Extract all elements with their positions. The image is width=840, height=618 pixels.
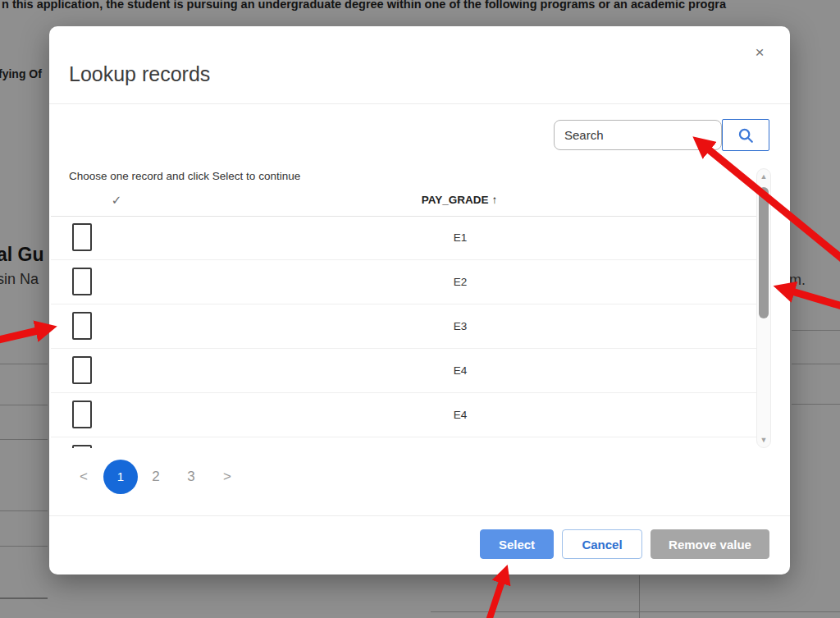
search-button[interactable] (722, 119, 769, 151)
background-table-line (0, 405, 48, 405)
pagination-page-3[interactable]: 3 (173, 459, 209, 495)
row-checkbox[interactable] (72, 312, 92, 340)
annotation-arrow-checkbox (0, 330, 41, 341)
pay-grade-value: E3 (162, 304, 759, 348)
background-table-line (0, 597, 48, 599)
search-icon (737, 126, 755, 144)
close-icon[interactable]: × (746, 39, 773, 66)
select-button[interactable]: Select (480, 529, 554, 559)
scroll-down-icon[interactable]: ▼ (757, 435, 770, 445)
annotation-arrow-scrollbar (789, 291, 840, 307)
background-table-line (0, 546, 48, 547)
records-table: E1 E2 E3 E4 E4 (51, 216, 759, 448)
pay-grade-value: E4 (162, 393, 759, 437)
select-column-check-icon: ✓ (108, 193, 125, 208)
background-text-fragment: m. (789, 272, 806, 289)
row-checkbox[interactable] (72, 356, 92, 384)
row-checkbox[interactable] (72, 401, 92, 428)
background-text-fragment: al Gu (0, 244, 44, 266)
pagination-page-1-active[interactable]: 1 (103, 460, 138, 494)
background-table-line (792, 404, 840, 405)
background-table-line (431, 611, 840, 612)
table-row[interactable]: E4 (51, 393, 759, 437)
background-table-line (0, 364, 48, 364)
row-checkbox[interactable] (72, 223, 92, 251)
column-header-label: PAY_GRADE (422, 194, 489, 206)
pay-grade-value: E4 (162, 349, 759, 392)
dialog-title: Lookup records (69, 62, 210, 86)
table-row[interactable]: E1 (51, 216, 759, 260)
background-table-line (0, 510, 48, 511)
table-row[interactable]: E2 (51, 260, 759, 304)
background-paragraph-text: n this application, the student is pursu… (2, 0, 726, 11)
background-table-line (0, 439, 48, 440)
scroll-up-icon[interactable]: ▲ (757, 172, 770, 181)
search-input[interactable] (554, 120, 722, 150)
pay-grade-value: E2 (162, 260, 759, 304)
background-table-line (792, 364, 840, 364)
scrollbar-thumb[interactable] (759, 187, 769, 318)
dialog-instruction: Choose one record and click Select to co… (69, 170, 300, 182)
background-text-fragment: fying Of (0, 67, 42, 80)
cancel-button[interactable]: Cancel (562, 529, 642, 559)
table-scrollbar[interactable]: ▲ ▼ (756, 168, 771, 448)
pay-grade-value: E1 (162, 216, 759, 259)
background-text-fragment: sin Na (0, 271, 39, 288)
lookup-records-dialog: × Lookup records Choose one record and c… (49, 26, 790, 575)
table-row[interactable]: E3 (51, 304, 759, 349)
sort-ascending-icon: ↑ (491, 194, 497, 206)
pagination-page-2[interactable]: 2 (138, 459, 174, 495)
remove-value-button[interactable]: Remove value (651, 529, 769, 559)
background-table-line (792, 330, 840, 331)
row-checkbox[interactable] (72, 445, 92, 448)
pagination-next[interactable]: > (209, 459, 245, 495)
pagination-prev[interactable]: < (66, 459, 102, 495)
table-row-partial[interactable] (51, 437, 759, 448)
footer-divider (49, 515, 790, 516)
screen: n this application, the student is pursu… (0, 0, 840, 618)
row-checkbox[interactable] (72, 268, 92, 295)
column-header-pay-grade[interactable]: PAY_GRADE ↑ (160, 194, 759, 206)
table-row[interactable]: E4 (51, 349, 759, 393)
header-divider (49, 103, 790, 104)
